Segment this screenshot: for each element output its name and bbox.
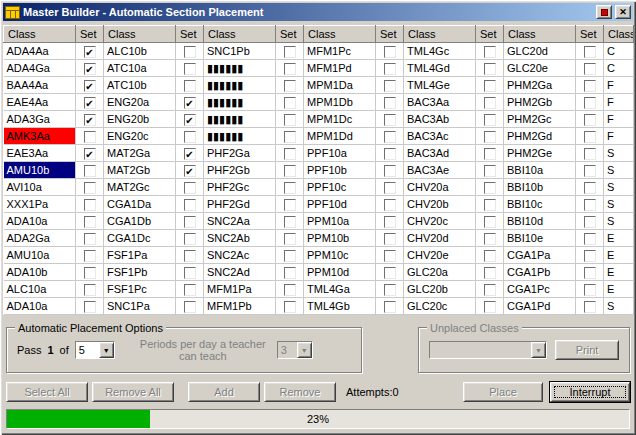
class-cell[interactable]: AVI10a xyxy=(4,179,76,196)
interrupt-button[interactable]: Interrupt xyxy=(550,382,630,402)
class-cell[interactable]: EAE3Aa xyxy=(4,145,76,162)
class-cell[interactable]: ALC10a xyxy=(4,281,76,298)
class-cell[interactable]: PPM10c xyxy=(304,247,376,264)
set-checkbox[interactable] xyxy=(484,46,496,58)
class-cell[interactable]: SNC2Ad xyxy=(204,264,276,281)
set-column-header[interactable]: Set xyxy=(276,26,304,43)
class-cell[interactable]: BBI10e xyxy=(504,230,576,247)
set-checkbox[interactable] xyxy=(584,284,596,296)
class-cell[interactable]: BAC3Ad xyxy=(404,145,476,162)
set-checkbox[interactable] xyxy=(184,267,196,279)
class-cell[interactable]: E xyxy=(604,230,634,247)
unplaced-classes-select[interactable]: ▼ xyxy=(429,341,547,359)
set-checkbox[interactable] xyxy=(584,80,596,92)
set-checkbox[interactable] xyxy=(284,199,296,211)
class-cell[interactable]: S xyxy=(604,179,634,196)
set-column-header[interactable]: Set xyxy=(176,26,204,43)
set-checkbox[interactable] xyxy=(184,284,196,296)
class-cell[interactable]: PHF2Gb xyxy=(204,162,276,179)
set-checkbox[interactable] xyxy=(484,63,496,75)
class-cell[interactable]: PPF10b xyxy=(304,162,376,179)
class-cell[interactable]: ENG20b xyxy=(104,111,176,128)
class-cell[interactable]: BBI10c xyxy=(504,196,576,213)
set-checkbox[interactable] xyxy=(384,233,396,245)
class-column-header[interactable]: Class xyxy=(104,26,176,43)
class-cell[interactable]: MFM1Pc xyxy=(304,43,376,60)
class-cell[interactable]: ADA4Ga xyxy=(4,60,76,77)
class-cell[interactable]: BBI10a xyxy=(504,162,576,179)
class-cell[interactable]: PHM2Gc xyxy=(504,111,576,128)
class-cell[interactable]: SNC2Ac xyxy=(204,247,276,264)
set-checkbox[interactable] xyxy=(384,148,396,160)
class-cell[interactable]: BAC3Ab xyxy=(404,111,476,128)
class-cell[interactable]: PHM2Ga xyxy=(504,77,576,94)
chevron-down-icon[interactable]: ▼ xyxy=(99,342,114,358)
set-checkbox[interactable] xyxy=(84,182,96,194)
set-checkbox[interactable] xyxy=(184,63,196,75)
class-cell[interactable]: ▮▮▮▮▮▮ xyxy=(204,77,276,94)
set-checkbox[interactable] xyxy=(484,267,496,279)
place-button[interactable]: Place xyxy=(463,382,543,402)
class-cell[interactable]: BAC3Ac xyxy=(404,128,476,145)
close-button[interactable]: ✕ xyxy=(615,5,631,19)
class-cell[interactable]: PHF2Gc xyxy=(204,179,276,196)
class-cell[interactable]: S xyxy=(604,298,634,315)
set-checkbox[interactable] xyxy=(584,148,596,160)
set-checkbox[interactable] xyxy=(484,148,496,160)
set-checkbox[interactable] xyxy=(284,250,296,262)
class-cell[interactable]: BBI10b xyxy=(504,179,576,196)
class-cell[interactable]: MAT2Ga xyxy=(104,145,176,162)
class-cell[interactable]: MFM1Pd xyxy=(304,60,376,77)
set-checkbox[interactable] xyxy=(484,250,496,262)
set-checkbox[interactable]: ✔ xyxy=(84,114,96,126)
class-cell[interactable]: CHV20e xyxy=(404,247,476,264)
class-cell[interactable]: F xyxy=(604,94,634,111)
chevron-down-icon[interactable]: ▼ xyxy=(531,342,546,358)
set-checkbox[interactable] xyxy=(384,131,396,143)
class-cell[interactable]: CGA1Db xyxy=(104,213,176,230)
class-cell[interactable]: TML4Gd xyxy=(404,60,476,77)
class-cell[interactable]: ▮▮▮▮▮▮ xyxy=(204,94,276,111)
class-cell[interactable]: CGA1Pc xyxy=(504,281,576,298)
set-checkbox[interactable] xyxy=(584,46,596,58)
set-checkbox[interactable] xyxy=(84,199,96,211)
class-cell[interactable]: S xyxy=(604,145,634,162)
select-all-button[interactable]: Select All xyxy=(6,382,88,402)
class-cell[interactable]: ADA10a xyxy=(4,213,76,230)
class-cell[interactable]: ▮▮▮▮▮▮ xyxy=(204,128,276,145)
set-checkbox[interactable]: ✔ xyxy=(184,148,196,160)
class-cell[interactable]: CHV20d xyxy=(404,230,476,247)
class-cell[interactable]: CHV20a xyxy=(404,179,476,196)
set-checkbox[interactable] xyxy=(184,199,196,211)
set-checkbox[interactable]: ✔ xyxy=(184,165,196,177)
class-cell[interactable]: PHF2Gd xyxy=(204,196,276,213)
class-cell[interactable]: PHF2Ga xyxy=(204,145,276,162)
print-button[interactable]: Print xyxy=(555,340,619,360)
set-checkbox[interactable] xyxy=(284,148,296,160)
set-checkbox[interactable] xyxy=(584,199,596,211)
set-checkbox[interactable] xyxy=(384,182,396,194)
set-checkbox[interactable] xyxy=(284,97,296,109)
class-cell[interactable]: MAT2Gb xyxy=(104,162,176,179)
class-cell[interactable]: PPF10c xyxy=(304,179,376,196)
set-checkbox[interactable] xyxy=(584,97,596,109)
set-checkbox[interactable] xyxy=(484,199,496,211)
set-checkbox[interactable] xyxy=(84,301,96,313)
class-cell[interactable]: ADA10a xyxy=(4,298,76,315)
class-cell[interactable]: C xyxy=(604,43,634,60)
class-cell[interactable]: F xyxy=(604,77,634,94)
class-cell[interactable]: MPM1Dd xyxy=(304,128,376,145)
class-cell[interactable]: ▮▮▮▮▮▮ xyxy=(204,60,276,77)
class-column-header[interactable]: Class xyxy=(4,26,76,43)
set-checkbox[interactable]: ✔ xyxy=(84,97,96,109)
class-cell[interactable]: FSF1Pb xyxy=(104,264,176,281)
set-checkbox[interactable] xyxy=(284,46,296,58)
set-checkbox[interactable] xyxy=(284,267,296,279)
set-checkbox[interactable] xyxy=(484,97,496,109)
class-cell[interactable]: ADA3Ga xyxy=(4,111,76,128)
class-cell[interactable]: ATC10a xyxy=(104,60,176,77)
set-checkbox[interactable] xyxy=(84,131,96,143)
class-cell[interactable]: GLC20d xyxy=(504,43,576,60)
set-checkbox[interactable] xyxy=(584,250,596,262)
set-checkbox[interactable] xyxy=(584,216,596,228)
